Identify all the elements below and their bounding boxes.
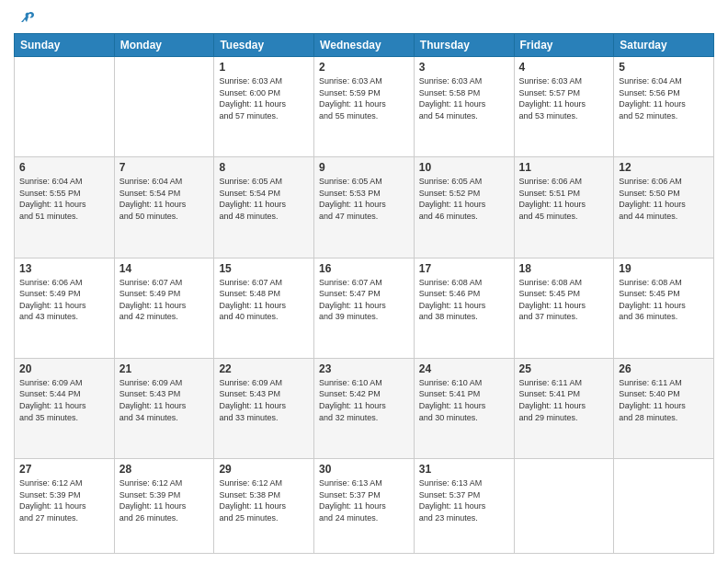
day-info: Sunrise: 6:03 AM Sunset: 5:57 PM Dayligh… [519,75,609,121]
day-number: 2 [319,61,409,74]
day-info: Sunrise: 6:05 AM Sunset: 5:52 PM Dayligh… [419,176,509,222]
day-number: 1 [219,61,309,74]
calendar-week-row: 13Sunrise: 6:06 AM Sunset: 5:49 PM Dayli… [15,258,714,358]
calendar-table: SundayMondayTuesdayWednesdayThursdayFrid… [14,33,714,554]
calendar-cell: 1Sunrise: 6:03 AM Sunset: 6:00 PM Daylig… [214,57,314,157]
day-number: 6 [19,161,109,174]
calendar-cell: 7Sunrise: 6:04 AM Sunset: 5:54 PM Daylig… [114,157,214,258]
day-info: Sunrise: 6:03 AM Sunset: 5:58 PM Dayligh… [419,75,509,121]
day-number: 8 [219,161,309,174]
calendar-week-row: 6Sunrise: 6:04 AM Sunset: 5:55 PM Daylig… [15,157,714,258]
day-info: Sunrise: 6:13 AM Sunset: 5:37 PM Dayligh… [419,477,509,523]
day-number: 29 [219,463,309,476]
day-info: Sunrise: 6:07 AM Sunset: 5:49 PM Dayligh… [119,277,210,323]
day-info: Sunrise: 6:12 AM Sunset: 5:38 PM Dayligh… [219,477,309,523]
day-info: Sunrise: 6:09 AM Sunset: 5:43 PM Dayligh… [119,377,210,423]
day-info: Sunrise: 6:04 AM Sunset: 5:56 PM Dayligh… [619,75,709,121]
calendar-cell: 21Sunrise: 6:09 AM Sunset: 5:43 PM Dayli… [114,358,214,458]
calendar-header-row: SundayMondayTuesdayWednesdayThursdayFrid… [15,34,714,57]
calendar-cell: 15Sunrise: 6:07 AM Sunset: 5:48 PM Dayli… [214,258,314,358]
day-number: 23 [319,362,409,375]
calendar-cell: 26Sunrise: 6:11 AM Sunset: 5:40 PM Dayli… [614,358,714,458]
weekday-header-wednesday: Wednesday [314,34,415,57]
day-info: Sunrise: 6:12 AM Sunset: 5:39 PM Dayligh… [119,477,210,523]
day-info: Sunrise: 6:06 AM Sunset: 5:49 PM Dayligh… [19,277,109,323]
day-number: 15 [219,262,309,275]
weekday-header-thursday: Thursday [414,34,514,57]
calendar-week-row: 27Sunrise: 6:12 AM Sunset: 5:39 PM Dayli… [15,459,714,554]
page: SundayMondayTuesdayWednesdayThursdayFrid… [0,0,728,563]
day-number: 31 [419,463,509,476]
day-number: 18 [519,262,609,275]
calendar-cell: 18Sunrise: 6:08 AM Sunset: 5:45 PM Dayli… [514,258,614,358]
calendar-cell: 28Sunrise: 6:12 AM Sunset: 5:39 PM Dayli… [114,459,214,554]
day-info: Sunrise: 6:03 AM Sunset: 5:59 PM Dayligh… [319,75,409,121]
calendar-cell: 23Sunrise: 6:10 AM Sunset: 5:42 PM Dayli… [314,358,415,458]
day-number: 28 [119,463,210,476]
calendar-cell: 4Sunrise: 6:03 AM Sunset: 5:57 PM Daylig… [514,57,614,157]
day-info: Sunrise: 6:07 AM Sunset: 5:48 PM Dayligh… [219,277,309,323]
day-info: Sunrise: 6:09 AM Sunset: 5:44 PM Dayligh… [19,377,109,423]
day-info: Sunrise: 6:04 AM Sunset: 5:54 PM Dayligh… [119,176,210,222]
day-info: Sunrise: 6:06 AM Sunset: 5:51 PM Dayligh… [519,176,609,222]
calendar-cell: 17Sunrise: 6:08 AM Sunset: 5:46 PM Dayli… [414,258,514,358]
day-number: 16 [319,262,409,275]
calendar-cell: 5Sunrise: 6:04 AM Sunset: 5:56 PM Daylig… [614,57,714,157]
day-number: 21 [119,362,210,375]
calendar-cell: 10Sunrise: 6:05 AM Sunset: 5:52 PM Dayli… [414,157,514,258]
day-info: Sunrise: 6:08 AM Sunset: 5:46 PM Dayligh… [419,277,509,323]
calendar-cell: 16Sunrise: 6:07 AM Sunset: 5:47 PM Dayli… [314,258,415,358]
calendar-cell: 9Sunrise: 6:05 AM Sunset: 5:53 PM Daylig… [314,157,415,258]
calendar-cell: 8Sunrise: 6:05 AM Sunset: 5:54 PM Daylig… [214,157,314,258]
day-info: Sunrise: 6:11 AM Sunset: 5:41 PM Dayligh… [519,377,609,423]
day-info: Sunrise: 6:13 AM Sunset: 5:37 PM Dayligh… [319,477,409,523]
day-info: Sunrise: 6:05 AM Sunset: 5:53 PM Dayligh… [319,176,409,222]
weekday-header-tuesday: Tuesday [214,34,314,57]
weekday-header-friday: Friday [514,34,614,57]
day-number: 3 [419,61,509,74]
day-info: Sunrise: 6:08 AM Sunset: 5:45 PM Dayligh… [619,277,709,323]
calendar-cell: 27Sunrise: 6:12 AM Sunset: 5:39 PM Dayli… [15,459,115,554]
calendar-cell: 11Sunrise: 6:06 AM Sunset: 5:51 PM Dayli… [514,157,614,258]
calendar-cell [514,459,614,554]
logo-bird-icon [16,9,36,29]
day-number: 14 [119,262,210,275]
day-number: 27 [19,463,109,476]
calendar-cell: 22Sunrise: 6:09 AM Sunset: 5:43 PM Dayli… [214,358,314,458]
calendar-cell: 30Sunrise: 6:13 AM Sunset: 5:37 PM Dayli… [314,459,415,554]
calendar-cell: 31Sunrise: 6:13 AM Sunset: 5:37 PM Dayli… [414,459,514,554]
calendar-week-row: 1Sunrise: 6:03 AM Sunset: 6:00 PM Daylig… [15,57,714,157]
day-info: Sunrise: 6:07 AM Sunset: 5:47 PM Dayligh… [319,277,409,323]
weekday-header-sunday: Sunday [15,34,115,57]
day-number: 10 [419,161,509,174]
day-number: 4 [519,61,609,74]
day-number: 7 [119,161,210,174]
day-info: Sunrise: 6:04 AM Sunset: 5:55 PM Dayligh… [19,176,109,222]
calendar-cell: 2Sunrise: 6:03 AM Sunset: 5:59 PM Daylig… [314,57,415,157]
day-number: 11 [519,161,609,174]
weekday-header-saturday: Saturday [614,34,714,57]
day-number: 17 [419,262,509,275]
day-info: Sunrise: 6:12 AM Sunset: 5:39 PM Dayligh… [19,477,109,523]
calendar-cell: 20Sunrise: 6:09 AM Sunset: 5:44 PM Dayli… [15,358,115,458]
calendar-cell: 3Sunrise: 6:03 AM Sunset: 5:58 PM Daylig… [414,57,514,157]
day-number: 13 [19,262,109,275]
day-info: Sunrise: 6:08 AM Sunset: 5:45 PM Dayligh… [519,277,609,323]
calendar-cell: 24Sunrise: 6:10 AM Sunset: 5:41 PM Dayli… [414,358,514,458]
day-info: Sunrise: 6:09 AM Sunset: 5:43 PM Dayligh… [219,377,309,423]
calendar-cell: 14Sunrise: 6:07 AM Sunset: 5:49 PM Dayli… [114,258,214,358]
day-number: 30 [319,463,409,476]
day-info: Sunrise: 6:10 AM Sunset: 5:42 PM Dayligh… [319,377,409,423]
calendar-cell: 6Sunrise: 6:04 AM Sunset: 5:55 PM Daylig… [15,157,115,258]
day-number: 24 [419,362,509,375]
day-number: 19 [619,262,709,275]
logo [14,9,36,26]
calendar-cell: 12Sunrise: 6:06 AM Sunset: 5:50 PM Dayli… [614,157,714,258]
day-number: 9 [319,161,409,174]
day-info: Sunrise: 6:11 AM Sunset: 5:40 PM Dayligh… [619,377,709,423]
calendar-cell: 13Sunrise: 6:06 AM Sunset: 5:49 PM Dayli… [15,258,115,358]
day-info: Sunrise: 6:10 AM Sunset: 5:41 PM Dayligh… [419,377,509,423]
calendar-cell: 29Sunrise: 6:12 AM Sunset: 5:38 PM Dayli… [214,459,314,554]
day-number: 20 [19,362,109,375]
day-info: Sunrise: 6:06 AM Sunset: 5:50 PM Dayligh… [619,176,709,222]
